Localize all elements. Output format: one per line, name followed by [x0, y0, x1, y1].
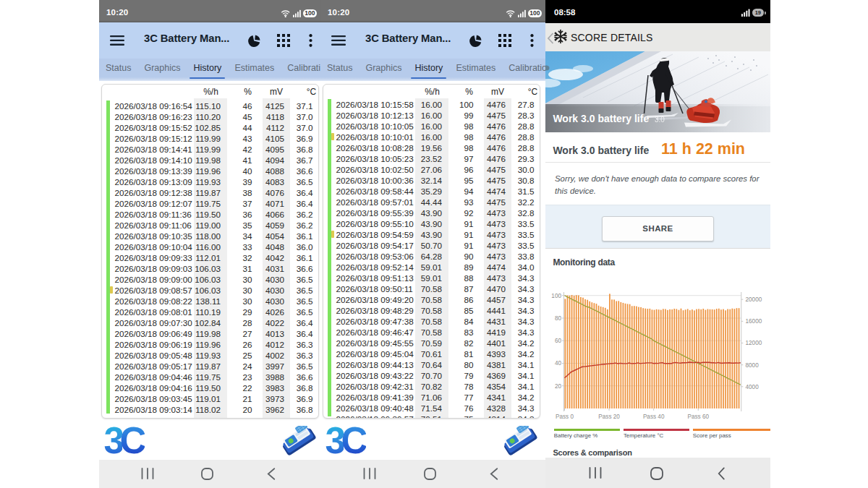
svg-text:Pass 40: Pass 40	[643, 414, 665, 420]
svg-text:20000: 20000	[746, 296, 762, 303]
svg-text:60: 60	[555, 338, 562, 344]
svg-text:20: 20	[555, 383, 562, 390]
svg-text:80: 80	[555, 315, 562, 322]
svg-text:Pass 20: Pass 20	[598, 414, 620, 420]
svg-text:8000: 8000	[746, 362, 760, 369]
svg-text:16000: 16000	[746, 318, 762, 325]
svg-text:100: 100	[551, 293, 561, 299]
svg-text:Pass 0: Pass 0	[556, 414, 574, 420]
svg-text:Pass 60: Pass 60	[688, 414, 710, 420]
svg-text:12000: 12000	[746, 340, 762, 346]
svg-text:40: 40	[555, 360, 562, 367]
svg-text:4000: 4000	[746, 384, 760, 390]
